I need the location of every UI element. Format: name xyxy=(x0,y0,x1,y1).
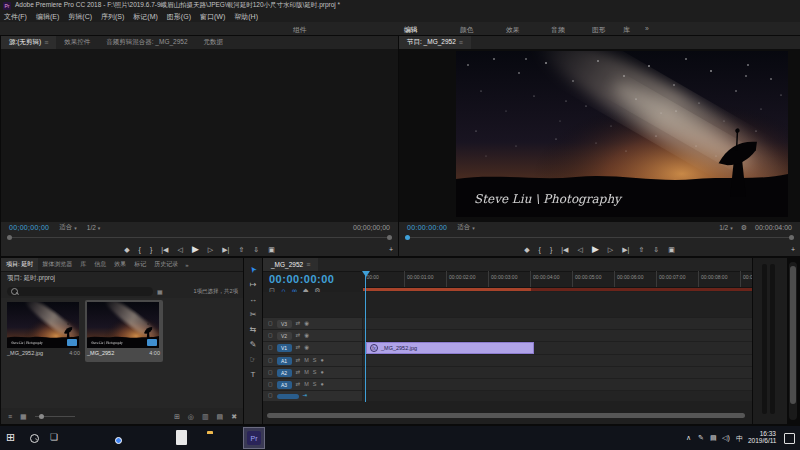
panel-menu-icon[interactable]: ≡ xyxy=(459,39,463,46)
menu-sequence[interactable]: 序列(S) xyxy=(101,12,124,22)
track-header-v2[interactable]: ◻ V2 ⇄ ◉ xyxy=(263,330,362,341)
button-editor-plus[interactable]: + xyxy=(389,246,393,253)
export-frame-button[interactable]: ▣ xyxy=(668,246,675,253)
start-button[interactable]: ⊞ xyxy=(6,432,15,443)
source-timecode[interactable]: 00;00;00;00 xyxy=(9,224,49,231)
workspace-tab-libraries[interactable]: 库 xyxy=(623,25,630,35)
taskbar-search-icon[interactable] xyxy=(30,434,39,443)
track-content-v1[interactable]: fx _MG_2952.jpg xyxy=(363,342,752,354)
project-item-sequence[interactable]: _MG_2952 4:00 xyxy=(85,300,163,362)
icon-view-icon[interactable]: ▦ xyxy=(20,413,27,420)
tab-metadata[interactable]: 元数据 xyxy=(196,36,232,49)
source-zoom-handle[interactable] xyxy=(387,235,392,240)
program-playhead-handle[interactable] xyxy=(405,235,410,240)
tray-pen-icon[interactable]: ✎ xyxy=(698,434,704,442)
workspace-tab-color[interactable]: 颜色 xyxy=(460,25,474,35)
tab-history[interactable]: 历史记录 xyxy=(150,258,182,271)
track-content-a1[interactable] xyxy=(363,355,752,366)
notification-center-icon[interactable] xyxy=(784,433,795,444)
project-items-area[interactable]: _MG_2952.jpg 4:00 _MG_2952 4:00 xyxy=(1,298,243,408)
view-options-icon[interactable]: ▦ xyxy=(157,289,163,295)
lock-icon[interactable]: ◻ xyxy=(268,321,273,327)
lock-icon[interactable]: ◻ xyxy=(268,345,273,351)
track-target-v1[interactable]: V1 xyxy=(277,344,292,352)
source-viewer[interactable] xyxy=(1,49,398,222)
tray-chevron-up-icon[interactable]: ∧ xyxy=(686,434,691,442)
mark-out-button[interactable]: } xyxy=(550,246,552,253)
track-content-a3[interactable] xyxy=(363,379,752,390)
ime-indicator[interactable]: 中 xyxy=(736,434,743,444)
source-scrub-track[interactable] xyxy=(9,237,390,238)
sync-lock-icon[interactable]: ⇄ xyxy=(296,321,301,327)
tray-display-icon[interactable]: ▤ xyxy=(710,434,717,442)
settings-wrench-icon[interactable]: ⚙ xyxy=(741,224,747,231)
go-to-in-button[interactable]: |◀ xyxy=(161,246,168,253)
overwrite-button[interactable]: ⇩ xyxy=(253,246,259,253)
track-header-a3[interactable]: ◻ A3 ⇄ M S ● xyxy=(263,379,362,390)
solo-button[interactable]: S xyxy=(313,358,317,364)
panel-overflow-icon[interactable]: » xyxy=(182,258,191,271)
tab-media-browser[interactable]: 媒体浏览器 xyxy=(38,258,76,271)
eye-icon[interactable]: ◉ xyxy=(304,333,309,339)
eye-icon[interactable]: ◉ xyxy=(304,345,309,351)
voiceover-record-icon[interactable]: ● xyxy=(320,382,323,388)
track-target-v2[interactable]: V2 xyxy=(277,332,292,340)
title-bar[interactable]: Pr Adobe Premiere Pro CC 2018 - F:\照片\20… xyxy=(0,0,800,11)
step-forward-button[interactable]: ▷ xyxy=(608,246,613,253)
source-resolution-select[interactable]: 1/2▾ xyxy=(87,224,101,231)
workspace-tab-graphics[interactable]: 图形 xyxy=(592,25,606,35)
program-viewer[interactable]: Steve Liu \ Photography xyxy=(399,49,800,222)
button-editor-plus[interactable]: + xyxy=(791,246,795,253)
mute-button[interactable]: M xyxy=(304,358,309,364)
selection-tool[interactable]: ➤ xyxy=(245,262,261,276)
premiere-taskbar-button[interactable]: Pr xyxy=(243,427,265,449)
mute-button[interactable]: M xyxy=(304,382,309,388)
slip-tool[interactable]: ⇆ xyxy=(250,322,257,337)
source-zoom-select[interactable]: 适合▾ xyxy=(59,223,77,232)
go-to-out-button[interactable]: ▶| xyxy=(222,246,229,253)
export-frame-button[interactable]: ▣ xyxy=(268,246,275,253)
taskbar-clock[interactable]: 16:33 2019/6/11 xyxy=(748,430,776,444)
mark-in-button[interactable]: { xyxy=(139,246,141,253)
timeline-horizontal-scrollbar[interactable] xyxy=(267,413,745,418)
tab-info[interactable]: 信息 xyxy=(90,258,110,271)
extract-button[interactable]: ⇩ xyxy=(653,246,659,253)
program-scrub-area[interactable] xyxy=(399,233,800,242)
fit-timeline-icon[interactable]: ⇥ xyxy=(303,393,308,399)
track-content-master[interactable] xyxy=(363,391,752,401)
menu-markers[interactable]: 标记(M) xyxy=(133,12,158,22)
mute-button[interactable]: M xyxy=(304,370,309,376)
sync-lock-icon[interactable]: ⇄ xyxy=(296,333,301,339)
type-tool[interactable]: T xyxy=(251,367,256,382)
clip-name[interactable]: _MG_2952.jpg xyxy=(7,350,43,356)
notepad-app-icon[interactable] xyxy=(176,430,187,445)
track-target-a1[interactable]: A1 xyxy=(277,357,292,365)
track-header-v1[interactable]: ◻ V1 ⇄ ◉ xyxy=(263,342,362,354)
sync-lock-icon[interactable]: ⇄ xyxy=(296,382,301,388)
tab-audio-clip-mixer[interactable]: 音频剪辑混合器: _MG_2952 xyxy=(98,36,195,49)
track-select-tool[interactable]: ↦ xyxy=(250,277,257,292)
mark-out-button[interactable]: } xyxy=(150,246,152,253)
add-marker-button[interactable]: ◆ xyxy=(124,246,129,253)
go-to-out-button[interactable]: ▶| xyxy=(622,246,629,253)
menu-clip[interactable]: 剪辑(C) xyxy=(68,12,92,22)
workspace-tab-editing[interactable]: 编辑 xyxy=(404,25,418,35)
new-item-icon[interactable]: ▤ xyxy=(217,413,224,420)
track-target-a2[interactable]: A2 xyxy=(277,369,292,377)
sync-lock-icon[interactable]: ⇄ xyxy=(296,370,301,376)
pen-tool[interactable]: ✎ xyxy=(250,337,257,352)
program-zoom-select[interactable]: 适合▾ xyxy=(457,223,475,232)
tab-source[interactable]: 源:(无剪辑) ≡ xyxy=(1,36,56,49)
search-input[interactable] xyxy=(7,287,153,296)
step-back-button[interactable]: ◁ xyxy=(578,246,583,253)
timeline-playhead-head[interactable] xyxy=(362,271,370,277)
list-view-icon[interactable]: ≡ xyxy=(8,413,12,420)
razor-tool[interactable]: ✂ xyxy=(250,307,257,322)
program-timecode[interactable]: 00:00:00:00 xyxy=(407,224,447,231)
track-header-a1[interactable]: ◻ A1 ⇄ M S ● xyxy=(263,355,362,366)
timeline-ruler[interactable]: :00:00 00:00:01:00 00:00:02:00 00:00:03:… xyxy=(363,271,752,288)
tab-effect-controls[interactable]: 效果控件 xyxy=(56,36,98,49)
step-back-button[interactable]: ◁ xyxy=(178,246,183,253)
timeline-empty-area[interactable] xyxy=(263,292,752,317)
timeline-clip[interactable]: fx _MG_2952.jpg xyxy=(366,342,534,354)
